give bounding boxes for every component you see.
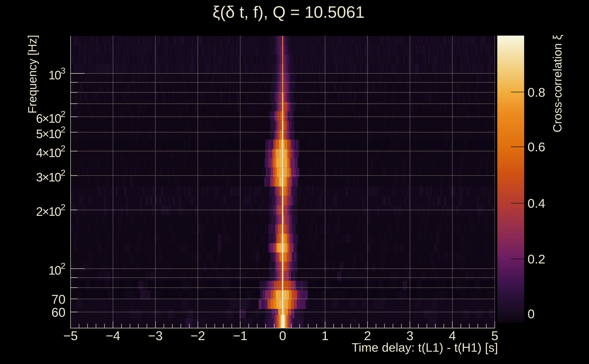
svg-text:2: 2 bbox=[60, 168, 65, 178]
svg-text:0.4: 0.4 bbox=[528, 196, 545, 210]
svg-text:2×10: 2×10 bbox=[36, 205, 61, 218]
svg-text:Cross-correlation ξ: Cross-correlation ξ bbox=[551, 35, 564, 132]
svg-text:−1: −1 bbox=[233, 329, 248, 343]
svg-text:0: 0 bbox=[528, 307, 535, 321]
svg-text:−5: −5 bbox=[63, 329, 78, 343]
svg-text:3: 3 bbox=[60, 66, 65, 76]
svg-text:ξ(δ t, f), Q = 10.5061: ξ(δ t, f), Q = 10.5061 bbox=[213, 3, 365, 21]
svg-text:2: 2 bbox=[60, 261, 65, 271]
svg-text:Time delay: t(L1) - t(H1) [s]: Time delay: t(L1) - t(H1) [s] bbox=[352, 341, 498, 354]
svg-text:0: 0 bbox=[279, 329, 286, 343]
svg-text:3×10: 3×10 bbox=[36, 170, 61, 184]
svg-text:0.8: 0.8 bbox=[528, 85, 545, 99]
svg-text:6×10: 6×10 bbox=[36, 111, 61, 125]
svg-text:70: 70 bbox=[52, 292, 65, 306]
svg-text:1: 1 bbox=[321, 329, 329, 343]
svg-text:10: 10 bbox=[48, 263, 61, 277]
svg-text:2: 2 bbox=[60, 125, 65, 134]
svg-text:−2: −2 bbox=[190, 329, 205, 343]
svg-text:60: 60 bbox=[52, 305, 65, 319]
svg-text:−3: −3 bbox=[148, 329, 163, 343]
svg-text:0.6: 0.6 bbox=[528, 140, 545, 154]
svg-text:5×10: 5×10 bbox=[36, 127, 61, 141]
svg-text:Frequency [Hz]: Frequency [Hz] bbox=[26, 35, 39, 114]
svg-text:2: 2 bbox=[60, 143, 65, 153]
svg-text:4×10: 4×10 bbox=[36, 146, 61, 159]
svg-text:0.2: 0.2 bbox=[528, 252, 545, 266]
svg-text:2: 2 bbox=[60, 109, 65, 119]
svg-text:10: 10 bbox=[48, 68, 61, 82]
svg-text:−4: −4 bbox=[106, 329, 120, 343]
svg-text:2: 2 bbox=[60, 202, 65, 212]
